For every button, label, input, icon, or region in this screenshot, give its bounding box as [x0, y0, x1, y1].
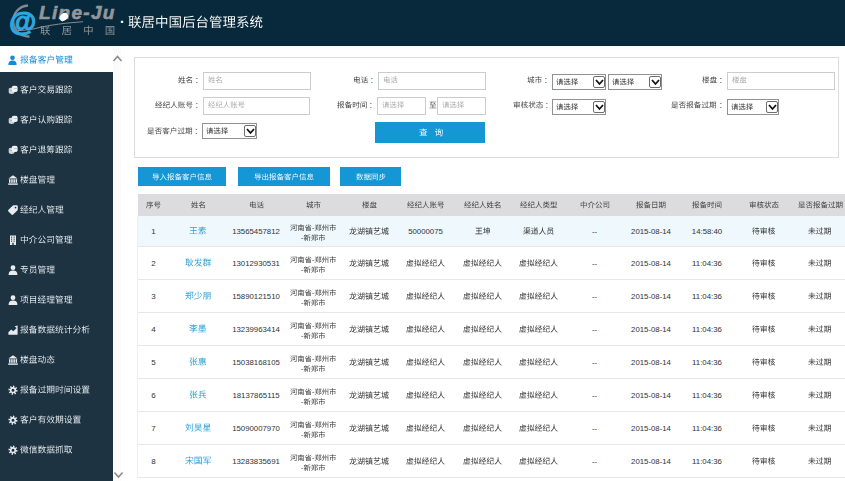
svg-text:@: @: [9, 6, 36, 37]
